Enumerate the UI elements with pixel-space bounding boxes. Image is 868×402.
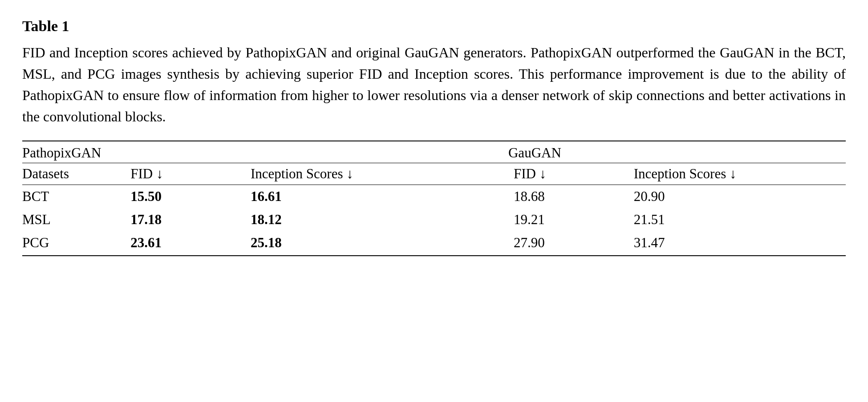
gaugan-inception-msl: 21.51 bbox=[629, 208, 846, 231]
pathopixgan-inception-bct: 16.61 bbox=[245, 185, 462, 209]
gaugan-fid-bct: 18.68 bbox=[508, 185, 629, 209]
col-pathopixgan-inception: Inception Scores ↓ bbox=[245, 163, 462, 185]
gaugan-fid-msl: 19.21 bbox=[508, 208, 629, 231]
pathopixgan-fid-msl: 17.18 bbox=[125, 208, 245, 231]
col-gaugan-inception: Inception Scores ↓ bbox=[629, 163, 846, 185]
dataset-pcg: PCG bbox=[22, 231, 125, 256]
pathopixgan-fid-pcg: 23.61 bbox=[125, 231, 245, 256]
col-header-row: Datasets FID ↓ Inception Scores ↓ FID ↓ … bbox=[22, 163, 846, 185]
gaugan-group-label: GauGAN bbox=[508, 145, 561, 161]
table-row: PCG 23.61 25.18 27.90 31.47 bbox=[22, 231, 846, 256]
col-gaugan-fid: FID ↓ bbox=[508, 163, 629, 185]
col-pathopixgan-fid: FID ↓ bbox=[125, 163, 245, 185]
table-title: Table 1 bbox=[22, 18, 846, 35]
gaugan-inception-bct: 20.90 bbox=[629, 185, 846, 209]
table-container: Table 1 FID and Inception scores achieve… bbox=[22, 18, 846, 256]
gaugan-inception-pcg: 31.47 bbox=[629, 231, 846, 256]
pathopixgan-group-label: PathopixGAN bbox=[22, 145, 101, 161]
col-datasets: Datasets bbox=[22, 163, 125, 185]
dataset-msl: MSL bbox=[22, 208, 125, 231]
pathopixgan-fid-bct: 15.50 bbox=[125, 185, 245, 209]
pathopixgan-inception-pcg: 25.18 bbox=[245, 231, 462, 256]
group-header-row: PathopixGAN GauGAN bbox=[22, 141, 846, 163]
data-table: PathopixGAN GauGAN Datasets FID ↓ Incept… bbox=[22, 141, 846, 256]
table-row: BCT 15.50 16.61 18.68 20.90 bbox=[22, 185, 846, 209]
dataset-bct: BCT bbox=[22, 185, 125, 209]
gaugan-fid-pcg: 27.90 bbox=[508, 231, 629, 256]
table-caption: FID and Inception scores achieved by Pat… bbox=[22, 42, 846, 127]
table-row: MSL 17.18 18.12 19.21 21.51 bbox=[22, 208, 846, 231]
pathopixgan-inception-msl: 18.12 bbox=[245, 208, 462, 231]
